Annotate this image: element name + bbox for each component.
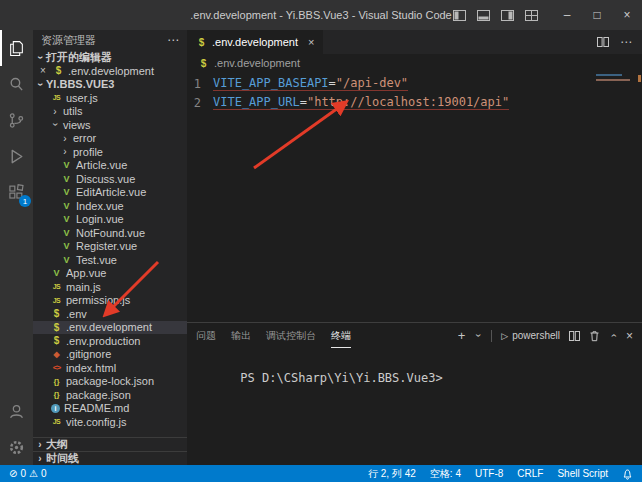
tree-item-.env.production[interactable]: $.env.production — [33, 334, 187, 348]
activity-bar: 1 — [0, 30, 33, 465]
open-editor-item[interactable]: × $ .env.development — [33, 64, 187, 77]
tree-item-Discuss.vue[interactable]: VDiscuss.vue — [33, 172, 187, 186]
code-editor[interactable]: 1VITE_APP_BASEAPI="/api-dev"2VITE_APP_UR… — [187, 72, 642, 322]
outline-label: 大纲 — [46, 437, 68, 452]
activity-accounts[interactable] — [0, 393, 33, 429]
activity-settings[interactable] — [0, 429, 33, 465]
split-terminal-icon[interactable] — [569, 331, 580, 341]
breadcrumb[interactable]: $ .env.development — [187, 54, 642, 72]
problems-status[interactable]: ⊘ 0 ⚠ 0 — [9, 468, 46, 479]
indentation[interactable]: 空格: 4 — [430, 467, 461, 481]
code-line[interactable]: 1VITE_APP_BASEAPI="/api-dev" — [187, 74, 642, 93]
encoding[interactable]: UTF-8 — [475, 468, 503, 479]
tree-item-user.js[interactable]: JSuser.js — [33, 91, 187, 105]
tree-item-label: vite.config.js — [66, 416, 127, 428]
activity-extensions[interactable]: 1 — [0, 174, 33, 210]
activity-search[interactable] — [0, 66, 33, 102]
tree-item-label: NotFound.vue — [76, 227, 145, 239]
editor-more-actions-icon[interactable]: ⋯ — [620, 35, 632, 49]
tree-item-Index.vue[interactable]: VIndex.vue — [33, 199, 187, 213]
layout-secondary-sidebar-icon[interactable] — [501, 10, 514, 21]
tree-item-label: README.md — [64, 402, 129, 414]
tree-item-label: .env.production — [66, 335, 140, 347]
cursor-position[interactable]: 行 2, 列 42 — [368, 467, 416, 481]
tree-item-profile[interactable]: ›profile — [33, 145, 187, 159]
md-icon: i — [51, 404, 60, 413]
tree-item-Login.vue[interactable]: VLogin.vue — [33, 213, 187, 227]
vue-icon: V — [61, 201, 72, 211]
line-number: 1 — [187, 77, 201, 91]
minimap-line-mark — [596, 74, 622, 76]
tab-env-development[interactable]: $ .env.development × — [187, 30, 323, 54]
tree-item-label: user.js — [66, 92, 98, 104]
project-section-header[interactable]: › YI.BBS.VUE3 — [33, 77, 187, 91]
close-panel-icon[interactable]: × — [626, 329, 633, 343]
run-debug-icon — [8, 148, 25, 165]
js-icon: JS — [51, 283, 62, 290]
explorer-more-actions-icon[interactable]: ⋯ — [167, 33, 179, 47]
close-editor-icon[interactable]: × — [40, 65, 49, 76]
tree-item-.env[interactable]: $.env — [33, 307, 187, 321]
layout-sidebar-icon[interactable] — [453, 10, 466, 21]
env-icon: $ — [51, 335, 62, 346]
language-mode[interactable]: Shell Script — [557, 468, 608, 479]
chevron-right-icon: › — [36, 453, 44, 464]
close-window-button[interactable]: × — [612, 0, 642, 30]
split-editor-icon[interactable] — [597, 37, 609, 47]
vue-icon: V — [61, 214, 72, 224]
tree-item-Test.vue[interactable]: VTest.vue — [33, 253, 187, 267]
activity-run-debug[interactable] — [0, 138, 33, 174]
panel-tab-输出[interactable]: 输出 — [231, 323, 251, 348]
layout-panel-icon[interactable] — [477, 10, 490, 21]
tree-item-App.vue[interactable]: VApp.vue — [33, 267, 187, 281]
tree-item-views[interactable]: ›views — [33, 118, 187, 132]
tree-item-main.js[interactable]: JSmain.js — [33, 280, 187, 294]
maximize-button[interactable]: □ — [582, 0, 612, 30]
tree-item-.gitignore[interactable]: ◆.gitignore — [33, 348, 187, 362]
timeline-section[interactable]: › 时间线 — [33, 451, 187, 465]
tree-item-error[interactable]: ›error — [33, 132, 187, 146]
notifications-bell-icon[interactable] — [622, 468, 633, 480]
new-terminal-icon[interactable]: + — [458, 328, 466, 343]
chevron-down-icon: › — [50, 121, 61, 129]
js-icon: JS — [51, 418, 62, 425]
close-tab-icon[interactable]: × — [308, 36, 314, 48]
tree-item-package-lock.json[interactable]: {}package-lock.json — [33, 375, 187, 389]
js-icon: JS — [51, 297, 62, 304]
shell-selector[interactable]: ▷ powershell — [501, 330, 560, 341]
tree-item-EditArticle.vue[interactable]: VEditArticle.vue — [33, 186, 187, 200]
tree-item-.env.development[interactable]: $.env.development — [33, 321, 187, 335]
tree-item-package.json[interactable]: {}package.json — [33, 388, 187, 402]
kill-terminal-icon[interactable] — [589, 330, 600, 342]
panel-tab-问题[interactable]: 问题 — [196, 323, 216, 348]
env-icon: $ — [196, 37, 207, 48]
terminal[interactable]: PS D:\CSharp\Yi\Yi.BBS.Vue3> — [187, 348, 642, 399]
activity-source-control[interactable] — [0, 102, 33, 138]
code-line[interactable]: 2VITE_APP_URL="http://localhost:19001/ap… — [187, 93, 642, 112]
vue-icon: V — [61, 255, 72, 265]
gear-icon — [8, 439, 25, 456]
minimize-button[interactable]: – — [552, 0, 582, 30]
tree-item-utils[interactable]: ›utils — [33, 105, 187, 119]
tree-item-label: profile — [73, 146, 103, 158]
tree-item-permission.js[interactable]: JSpermission.js — [33, 294, 187, 308]
panel-tab-终端[interactable]: 终端 — [331, 323, 351, 348]
terminal-dropdown-icon[interactable]: › — [473, 332, 484, 340]
eol[interactable]: CRLF — [517, 468, 543, 479]
sidebar-header: 资源管理器 — [41, 33, 96, 48]
shell-name: powershell — [512, 330, 560, 341]
panel-tab-调试控制台[interactable]: 调试控制台 — [266, 323, 316, 348]
tree-item-vite.config.js[interactable]: JSvite.config.js — [33, 415, 187, 429]
open-editor-label: .env.development — [68, 65, 154, 77]
outline-section[interactable]: › 大纲 — [33, 437, 187, 451]
tree-item-Register.vue[interactable]: VRegister.vue — [33, 240, 187, 254]
maximize-panel-icon[interactable]: › — [607, 332, 618, 340]
tree-item-NotFound.vue[interactable]: VNotFound.vue — [33, 226, 187, 240]
activity-explorer[interactable] — [0, 30, 33, 66]
tree-item-index.html[interactable]: <>index.html — [33, 361, 187, 375]
open-editors-section[interactable]: › 打开的编辑器 — [33, 50, 187, 64]
tree-item-Article.vue[interactable]: VArticle.vue — [33, 159, 187, 173]
customize-layout-icon[interactable] — [525, 10, 538, 21]
tree-item-README.md[interactable]: iREADME.md — [33, 402, 187, 416]
minimap[interactable] — [596, 74, 634, 81]
